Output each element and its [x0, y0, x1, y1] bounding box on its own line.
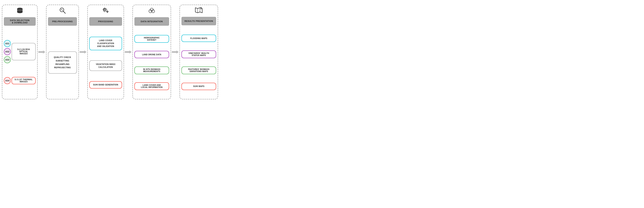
s2-optical-box: S-2 L2A BOAOPTICALIMAGES	[12, 43, 36, 60]
col4-main-label: DATA INTEGRATION	[134, 17, 169, 26]
svg-line-3	[64, 12, 65, 13]
col3-body: LAND COVERCLASSIFICATIONAND VALIDATION V…	[89, 27, 122, 97]
svg-rect-17	[107, 11, 108, 11]
insitu-biomass-box: IN SITU BIOMASSMEASUREMENTS	[134, 66, 169, 74]
s3-thermal-box: S-3 LST THERMALIMAGES	[12, 77, 36, 84]
arrow-1	[38, 50, 46, 54]
land-cover-local-box: LAND COVER ANDLOCAL INFORMATION	[134, 82, 169, 90]
svg-marker-4	[80, 50, 86, 54]
svg-rect-7	[104, 8, 105, 9]
node-as2: AS2	[4, 48, 11, 55]
svg-point-29	[200, 7, 202, 9]
hidrographic-box: HIDROGRAPHICDATASET	[134, 35, 169, 43]
col-data-selection: DATA SELECTION& DOWNLOAD AS1 AS2 AS3 S-2…	[2, 5, 38, 99]
col5-main-label: RESULTS PRESENTATION	[182, 17, 216, 25]
col1-body: AS1 AS2 AS3 S-2 L2A BOAOPTICALIMAGES AS4…	[4, 27, 36, 97]
svg-rect-8	[104, 11, 105, 12]
col5-body: FLOODING MAPS VINEYARDS' HEALTHSTATUS MA…	[182, 27, 216, 97]
analysis-icon	[59, 7, 66, 15]
col-processing: PROCESSING LAND COVERCLASSIFICATIONAND V…	[87, 5, 124, 99]
land-cover-box: LAND COVERCLASSIFICATIONAND VALIDATION	[89, 37, 122, 50]
svg-rect-10	[106, 9, 107, 10]
preprocessing-content: QUALITY CHECKSUBSETTINGRESAMPLINGREPROJE…	[48, 51, 77, 74]
svg-marker-1	[38, 50, 45, 54]
workflow-diagram: DATA SELECTION& DOWNLOAD AS1 AS2 AS3 S-2…	[2, 2, 320, 102]
svg-marker-21	[125, 50, 132, 54]
node-as1: AS1	[4, 40, 11, 47]
svg-point-16	[107, 12, 108, 12]
svg-point-6	[104, 9, 105, 10]
gears-icon	[102, 7, 109, 15]
map-icon	[195, 7, 203, 15]
pastures-biomass-box: PASTURES' BIOMASSVARIATIONS MAPS	[182, 66, 216, 74]
vegetation-index-box: VEGETATION INDEXCALCULATION	[89, 60, 122, 71]
arrow-4	[171, 50, 180, 54]
col4-body: HIDROGRAPHICDATASET LAND DRONE DATA IN S…	[134, 27, 169, 97]
col1-main-label: DATA SELECTION& DOWNLOAD	[4, 17, 36, 26]
suhi-maps-box: SUHI MAPS	[182, 83, 216, 90]
col2-main-label: PRE-PROCESSING	[48, 17, 77, 26]
land-drone-box: LAND DRONE DATA	[134, 51, 169, 58]
col-results: RESULTS PRESENTATION FLOODING MAPS VINEY…	[180, 5, 218, 99]
suhi-band-box: SUHI BAND GENERATION	[89, 81, 122, 88]
col3-main-label: PROCESSING	[89, 17, 122, 26]
svg-rect-18	[107, 12, 108, 13]
database-icon	[16, 7, 23, 15]
vineyards-health-box: VINEYARDS' HEALTHSTATUS MAPS	[182, 50, 216, 58]
svg-rect-14	[106, 11, 107, 12]
svg-marker-25	[172, 50, 179, 54]
svg-rect-19	[106, 12, 107, 12]
integration-icon	[148, 7, 155, 15]
node-as4: AS4	[4, 77, 11, 84]
arrow-3	[124, 50, 132, 54]
col-preprocessing: PRE-PROCESSING QUALITY CHECKSUBSETTINGRE…	[46, 5, 79, 99]
svg-rect-20	[108, 12, 108, 12]
arrow-2	[79, 50, 87, 54]
node-as3: AS3	[4, 56, 11, 63]
svg-rect-9	[103, 9, 104, 10]
flooding-maps-box: FLOODING MAPS	[182, 35, 216, 42]
col-data-integration: DATA INTEGRATION HIDROGRAPHICDATASET LAN…	[132, 5, 171, 99]
col2-body: QUALITY CHECKSUBSETTINGRESAMPLINGREPROJE…	[48, 27, 77, 97]
